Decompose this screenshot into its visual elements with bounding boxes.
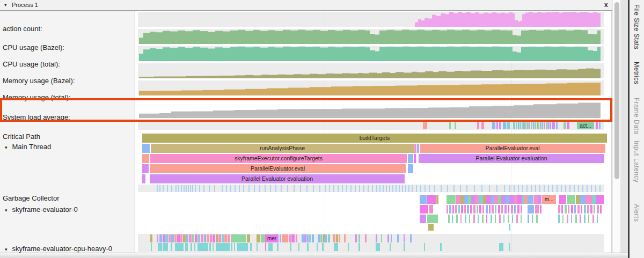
gc-event-tick[interactable] <box>230 185 231 192</box>
evaluator0-slice[interactable] <box>448 215 450 223</box>
cpu-heavy-slice[interactable] <box>261 234 265 242</box>
evaluator0-slice[interactable] <box>528 195 533 204</box>
evaluator0-slice[interactable] <box>486 205 488 213</box>
evaluator0-slice[interactable] <box>571 215 572 223</box>
cpu-heavy-slice[interactable] <box>312 234 314 242</box>
evaluator0-slice[interactable] <box>567 215 568 223</box>
gc-event-tick[interactable] <box>531 185 532 192</box>
critical-path-slice[interactable] <box>423 122 427 129</box>
gc-event-tick[interactable] <box>402 185 403 192</box>
cpu-heavy-slice[interactable] <box>304 234 306 242</box>
cpu-heavy-slice[interactable] <box>365 234 367 242</box>
evaluator0-slice[interactable] <box>479 205 481 213</box>
cpu-heavy-slice[interactable] <box>216 243 230 251</box>
evaluator0-slice[interactable] <box>436 195 438 204</box>
gc-event-tick[interactable] <box>489 185 490 192</box>
evaluator0-slice[interactable] <box>501 195 506 204</box>
evaluator0-slice[interactable] <box>536 215 538 223</box>
cpu-heavy-slice[interactable] <box>234 243 235 251</box>
gc-event-tick[interactable] <box>514 185 515 192</box>
critical-path-slice[interactable] <box>556 122 558 129</box>
critical-path-slice[interactable] <box>529 122 530 129</box>
gc-event-tick[interactable] <box>319 185 320 192</box>
gc-event-tick[interactable] <box>392 185 393 192</box>
evaluator0-slice[interactable] <box>521 205 522 213</box>
cpu-heavy-slice[interactable] <box>192 234 194 242</box>
critical-path-slice[interactable] <box>533 122 534 129</box>
cpu-heavy-slice[interactable] <box>171 234 174 242</box>
main-thread-slice[interactable] <box>142 174 145 183</box>
gc-event-tick[interactable] <box>338 185 339 192</box>
gc-event-tick[interactable] <box>481 185 482 192</box>
evaluator0-slice[interactable] <box>473 205 475 213</box>
gc-event-tick[interactable] <box>504 185 505 192</box>
cpu-heavy-slice[interactable] <box>318 234 320 242</box>
expand-triangle-icon[interactable]: ▾ <box>5 145 8 150</box>
gc-event-tick[interactable] <box>350 185 352 192</box>
cpu-heavy-slice[interactable] <box>183 234 186 242</box>
cpu-heavy-slice[interactable] <box>336 234 338 242</box>
cpu-heavy-slice[interactable] <box>322 243 324 251</box>
gc-event-tick[interactable] <box>199 185 200 192</box>
critical-path-slice[interactable] <box>523 122 525 129</box>
cpu-heavy-slice[interactable] <box>320 234 322 242</box>
evaluator0-slice[interactable] <box>501 205 503 213</box>
critical-path-slice[interactable] <box>518 122 519 129</box>
evaluator0-slice[interactable] <box>600 205 602 213</box>
gc-event-tick[interactable] <box>355 185 356 192</box>
cpu-heavy-slice[interactable] <box>150 234 152 242</box>
evaluator0-slice[interactable] <box>469 215 470 223</box>
cpu-heavy-slice[interactable] <box>307 243 309 251</box>
critical-path-slice[interactable] <box>519 122 521 129</box>
critical-path-slice[interactable] <box>535 122 536 129</box>
cpu-heavy-slice[interactable] <box>231 243 232 251</box>
gc-event-tick[interactable] <box>434 185 435 192</box>
cpu-heavy-slice[interactable] <box>247 234 250 242</box>
expand-triangle-icon[interactable]: ▾ <box>5 247 8 252</box>
gc-event-tick[interactable] <box>359 185 360 192</box>
critical-path-slice[interactable] <box>455 122 456 129</box>
cpu-heavy-slice[interactable] <box>218 234 221 242</box>
cpu-heavy-slice[interactable] <box>298 243 299 251</box>
evaluator0-slice[interactable] <box>586 195 592 204</box>
cpu-heavy-slice[interactable] <box>231 234 246 242</box>
evaluator0-slice[interactable] <box>486 215 487 223</box>
horizontal-scrollbar[interactable] <box>0 253 628 258</box>
evaluator0-slice[interactable] <box>427 195 436 204</box>
gc-event-tick[interactable] <box>561 185 562 192</box>
cpu-heavy-slice[interactable] <box>499 243 503 251</box>
evaluator0-slice[interactable] <box>471 195 475 204</box>
gc-event-tick[interactable] <box>526 185 528 192</box>
evaluator0-slice[interactable] <box>581 205 582 213</box>
gc-event-tick[interactable] <box>441 185 442 192</box>
evaluator0-slice[interactable] <box>580 215 581 223</box>
cpu-heavy-slice[interactable] <box>186 234 188 242</box>
cpu-heavy-slice[interactable] <box>277 243 279 251</box>
gc-event-tick[interactable] <box>346 185 347 192</box>
evaluator0-slice[interactable] <box>492 205 494 213</box>
evaluator0-slice[interactable] <box>516 215 518 223</box>
critical-path-slice[interactable] <box>544 122 545 129</box>
critical-path-slice[interactable] <box>503 122 506 129</box>
gc-event-tick[interactable] <box>383 185 384 192</box>
evaluator0-slice[interactable] <box>427 215 438 223</box>
cpu-heavy-slice[interactable] <box>339 234 340 242</box>
main-thread-slice-labeled[interactable]: ParallelEvaluator.eval <box>150 164 406 173</box>
gc-event-tick[interactable] <box>186 185 187 192</box>
evaluator0-slice[interactable] <box>465 215 466 223</box>
critical-path-slice[interactable] <box>546 122 547 129</box>
evaluator0-slice[interactable] <box>584 205 586 213</box>
cpu-heavy-slice[interactable] <box>257 243 258 251</box>
evaluator0-slice[interactable] <box>464 195 468 204</box>
gc-event-tick[interactable] <box>188 185 189 192</box>
evaluator0-slice[interactable] <box>420 215 426 223</box>
evaluator0-slice[interactable] <box>478 215 479 223</box>
critical-path-slice[interactable] <box>525 122 526 129</box>
evaluator0-slice[interactable] <box>447 195 456 204</box>
evaluator0-slice[interactable] <box>517 195 522 204</box>
evaluator0-slice[interactable] <box>503 215 504 223</box>
evaluator0-slice[interactable] <box>461 205 463 213</box>
evaluator0-slice[interactable] <box>464 205 466 213</box>
counter-chart-memB[interactable] <box>138 63 604 78</box>
close-button[interactable]: x <box>604 1 608 9</box>
